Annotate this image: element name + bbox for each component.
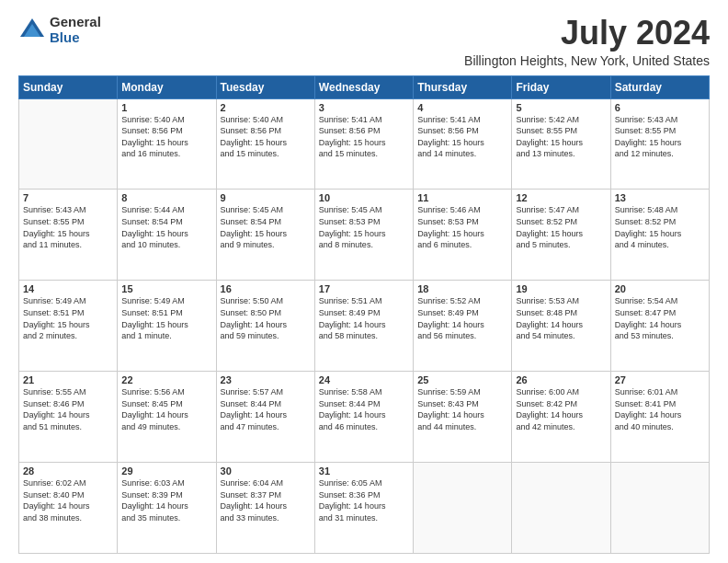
day-number: 2 [221,102,311,113]
header-tuesday: Tuesday [216,75,314,98]
cell-w1-d5: 5Sunrise: 5:42 AMSunset: 8:55 PMDaylight… [512,98,610,190]
main-title: July 2024 [464,15,710,52]
cell-w5-d0: 28Sunrise: 6:02 AMSunset: 8:40 PMDayligh… [19,463,118,554]
day-info: Sunrise: 5:50 AMSunset: 8:50 PMDaylight:… [221,295,311,341]
cell-w5-d1: 29Sunrise: 6:03 AMSunset: 8:39 PMDayligh… [118,463,216,554]
cell-w4-d3: 24Sunrise: 5:58 AMSunset: 8:44 PMDayligh… [314,372,413,463]
logo-general: General [50,15,101,30]
title-section: July 2024 Billington Heights, New York, … [464,15,710,68]
week-row-3: 14Sunrise: 5:49 AMSunset: 8:51 PMDayligh… [19,281,710,372]
day-info: Sunrise: 5:52 AMSunset: 8:49 PMDaylight:… [417,295,507,341]
day-info: Sunrise: 5:51 AMSunset: 8:49 PMDaylight:… [319,295,409,341]
day-number: 16 [221,283,311,294]
week-row-5: 28Sunrise: 6:02 AMSunset: 8:40 PMDayligh… [19,463,710,554]
day-info: Sunrise: 6:01 AMSunset: 8:41 PMDaylight:… [615,386,705,432]
logo-text: General Blue [50,15,101,45]
cell-w1-d3: 3Sunrise: 5:41 AMSunset: 8:56 PMDaylight… [314,98,413,190]
day-info: Sunrise: 5:56 AMSunset: 8:45 PMDaylight:… [121,386,211,432]
cell-w2-d4: 11Sunrise: 5:46 AMSunset: 8:53 PMDayligh… [414,190,512,281]
cell-w4-d6: 27Sunrise: 6:01 AMSunset: 8:41 PMDayligh… [610,372,709,463]
cell-w2-d3: 10Sunrise: 5:45 AMSunset: 8:53 PMDayligh… [314,190,413,281]
day-number: 19 [516,283,606,294]
day-info: Sunrise: 5:45 AMSunset: 8:54 PMDaylight:… [221,204,311,250]
day-number: 31 [319,465,409,477]
cell-w1-d1: 1Sunrise: 5:40 AMSunset: 8:56 PMDaylight… [118,98,216,190]
cell-w5-d2: 30Sunrise: 6:04 AMSunset: 8:37 PMDayligh… [216,463,314,554]
cell-w5-d3: 31Sunrise: 6:05 AMSunset: 8:36 PMDayligh… [314,463,413,554]
day-info: Sunrise: 5:53 AMSunset: 8:48 PMDaylight:… [516,295,606,341]
day-info: Sunrise: 6:02 AMSunset: 8:40 PMDaylight:… [23,477,113,523]
header-wednesday: Wednesday [314,75,413,98]
header-friday: Friday [512,75,610,98]
day-info: Sunrise: 6:00 AMSunset: 8:42 PMDaylight:… [516,386,606,432]
calendar-header: Sunday Monday Tuesday Wednesday Thursday… [19,75,710,98]
week-row-1: 1Sunrise: 5:40 AMSunset: 8:56 PMDaylight… [19,98,710,190]
cell-w1-d6: 6Sunrise: 5:43 AMSunset: 8:55 PMDaylight… [610,98,709,190]
week-row-4: 21Sunrise: 5:55 AMSunset: 8:46 PMDayligh… [19,372,710,463]
day-number: 15 [121,283,211,294]
day-info: Sunrise: 5:40 AMSunset: 8:56 PMDaylight:… [221,114,311,160]
day-info: Sunrise: 5:40 AMSunset: 8:56 PMDaylight:… [121,114,211,160]
cell-w5-d4 [414,463,512,554]
header-saturday: Saturday [610,75,709,98]
day-number: 23 [221,374,311,385]
calendar-body: 1Sunrise: 5:40 AMSunset: 8:56 PMDaylight… [19,98,710,553]
day-number: 6 [615,102,705,113]
day-info: Sunrise: 5:47 AMSunset: 8:52 PMDaylight:… [516,204,606,250]
cell-w4-d0: 21Sunrise: 5:55 AMSunset: 8:46 PMDayligh… [19,372,118,463]
day-info: Sunrise: 5:59 AMSunset: 8:43 PMDaylight:… [417,386,507,432]
cell-w2-d5: 12Sunrise: 5:47 AMSunset: 8:52 PMDayligh… [512,190,610,281]
day-info: Sunrise: 5:43 AMSunset: 8:55 PMDaylight:… [23,204,113,250]
day-info: Sunrise: 5:49 AMSunset: 8:51 PMDaylight:… [121,295,211,341]
day-info: Sunrise: 5:44 AMSunset: 8:54 PMDaylight:… [121,204,211,250]
page: General Blue July 2024 Billington Height… [0,0,728,563]
day-info: Sunrise: 5:55 AMSunset: 8:46 PMDaylight:… [23,386,113,432]
day-number: 11 [417,192,507,203]
day-number: 25 [417,374,507,385]
logo: General Blue [18,15,101,45]
day-info: Sunrise: 5:41 AMSunset: 8:56 PMDaylight:… [417,114,507,160]
cell-w3-d1: 15Sunrise: 5:49 AMSunset: 8:51 PMDayligh… [118,281,216,372]
day-number: 30 [221,465,311,477]
subtitle: Billington Heights, New York, United Sta… [464,53,710,68]
day-info: Sunrise: 5:42 AMSunset: 8:55 PMDaylight:… [516,114,606,160]
day-number: 14 [23,283,113,294]
day-number: 17 [319,283,409,294]
day-number: 7 [23,192,113,203]
cell-w1-d0 [19,98,118,190]
day-info: Sunrise: 6:03 AMSunset: 8:39 PMDaylight:… [121,477,211,523]
calendar-table: Sunday Monday Tuesday Wednesday Thursday… [18,75,710,554]
header: General Blue July 2024 Billington Height… [18,15,710,68]
cell-w1-d2: 2Sunrise: 5:40 AMSunset: 8:56 PMDaylight… [216,98,314,190]
header-row: Sunday Monday Tuesday Wednesday Thursday… [19,75,710,98]
day-number: 13 [615,192,705,203]
day-number: 28 [23,465,113,477]
cell-w2-d1: 8Sunrise: 5:44 AMSunset: 8:54 PMDaylight… [118,190,216,281]
day-number: 26 [516,374,606,385]
cell-w3-d5: 19Sunrise: 5:53 AMSunset: 8:48 PMDayligh… [512,281,610,372]
cell-w4-d2: 23Sunrise: 5:57 AMSunset: 8:44 PMDayligh… [216,372,314,463]
day-number: 22 [121,374,211,385]
day-number: 8 [121,192,211,203]
cell-w2-d2: 9Sunrise: 5:45 AMSunset: 8:54 PMDaylight… [216,190,314,281]
day-number: 21 [23,374,113,385]
header-monday: Monday [118,75,216,98]
day-info: Sunrise: 5:58 AMSunset: 8:44 PMDaylight:… [319,386,409,432]
logo-blue: Blue [50,30,101,46]
day-number: 1 [121,102,211,113]
cell-w3-d4: 18Sunrise: 5:52 AMSunset: 8:49 PMDayligh… [414,281,512,372]
day-number: 10 [319,192,409,203]
cell-w4-d4: 25Sunrise: 5:59 AMSunset: 8:43 PMDayligh… [414,372,512,463]
day-info: Sunrise: 5:41 AMSunset: 8:56 PMDaylight:… [319,114,409,160]
day-number: 18 [417,283,507,294]
week-row-2: 7Sunrise: 5:43 AMSunset: 8:55 PMDaylight… [19,190,710,281]
cell-w4-d1: 22Sunrise: 5:56 AMSunset: 8:45 PMDayligh… [118,372,216,463]
cell-w3-d3: 17Sunrise: 5:51 AMSunset: 8:49 PMDayligh… [314,281,413,372]
cell-w3-d6: 20Sunrise: 5:54 AMSunset: 8:47 PMDayligh… [610,281,709,372]
day-number: 4 [417,102,507,113]
cell-w2-d0: 7Sunrise: 5:43 AMSunset: 8:55 PMDaylight… [19,190,118,281]
day-info: Sunrise: 5:43 AMSunset: 8:55 PMDaylight:… [615,114,705,160]
logo-icon [18,17,46,44]
cell-w1-d4: 4Sunrise: 5:41 AMSunset: 8:56 PMDaylight… [414,98,512,190]
day-number: 20 [615,283,705,294]
